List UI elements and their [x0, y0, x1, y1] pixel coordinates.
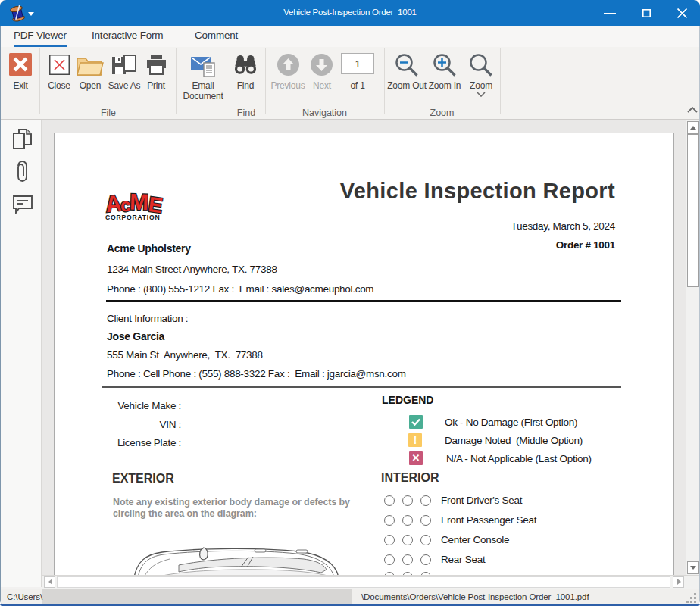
svg-text:CORPORATION: CORPORATION — [105, 214, 160, 221]
svg-text:M: M — [129, 191, 148, 214]
